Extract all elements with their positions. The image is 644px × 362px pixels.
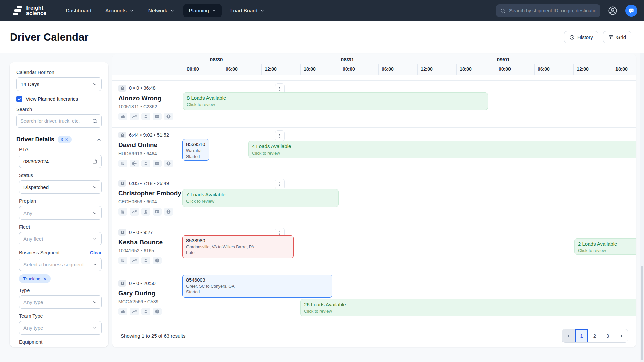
sidebar-search[interactable] [16, 114, 102, 128]
trending-icon[interactable] [130, 208, 139, 216]
chevron-down-icon [92, 82, 97, 87]
chevron-down-icon [92, 300, 97, 305]
pta-value: 08/30/2024 [23, 159, 49, 164]
chevron-down-icon [92, 236, 97, 241]
window-scrollbar[interactable] [640, 21, 644, 362]
row-menu-button[interactable] [275, 130, 285, 141]
tick-gridline [398, 64, 398, 75]
building-icon[interactable] [118, 208, 127, 216]
info-icon[interactable] [153, 257, 162, 264]
calendar-horizon-select[interactable]: 14 Days [16, 77, 102, 91]
info-icon[interactable] [164, 208, 173, 216]
driver-details-filter-badge[interactable]: 3 [58, 136, 72, 143]
sidebar-search-input[interactable] [20, 118, 89, 124]
person-icon[interactable] [141, 208, 150, 216]
view-planned-label: View Planned Itineraries [26, 96, 78, 102]
shipment-route: Greer, SC to Conyers, GA [186, 284, 329, 289]
loads-title: 7 Loads Available [186, 192, 335, 197]
pagination-next-button[interactable] [614, 329, 628, 342]
time-tick: 18:00 [304, 66, 316, 72]
history-button[interactable]: History [564, 31, 598, 43]
nav-item-dashboard[interactable]: Dashboard [60, 4, 97, 17]
briefcase-icon[interactable] [118, 308, 127, 315]
id-card-icon[interactable] [153, 113, 162, 120]
business-segment-tag-trucking[interactable]: Trucking [19, 274, 51, 283]
close-icon[interactable] [43, 277, 47, 281]
tick-gridline [183, 64, 183, 75]
day-label: 09/01 [497, 57, 510, 63]
nav-item-network[interactable]: Network [143, 4, 180, 17]
person-icon[interactable] [141, 308, 150, 315]
row-menu-button[interactable] [275, 179, 285, 190]
info-icon[interactable] [164, 160, 173, 167]
nav-item-label: Accounts [105, 8, 127, 14]
hos-clock-icon [118, 85, 126, 92]
chevron-down-icon [92, 262, 97, 267]
loads-available-block[interactable]: 4 Loads Available Click to review [248, 141, 636, 158]
person-icon[interactable] [141, 160, 150, 167]
pagination-page-1[interactable]: 1 [575, 329, 588, 342]
tick-gridline [515, 64, 515, 75]
tick-gridline [554, 64, 554, 75]
view-planned-checkbox[interactable] [16, 96, 22, 102]
business-segment-clear-link[interactable]: Clear [90, 250, 102, 255]
preplan-select[interactable]: Any [19, 206, 102, 220]
fleet-select[interactable]: Any fleet [19, 232, 102, 245]
nav-item-accounts[interactable]: Accounts [100, 4, 140, 17]
shipment-status: Started [186, 154, 206, 159]
business-segment-select[interactable]: Select a business segment [19, 258, 102, 271]
chevron-right-icon [619, 334, 624, 338]
shipment-block-late[interactable]: 8538980 Gordonsville, VA to Wilkes Barre… [182, 235, 294, 258]
id-card-icon[interactable] [153, 160, 162, 167]
pagination-page-3[interactable]: 3 [601, 329, 614, 342]
view-planned-checkbox-row[interactable]: View Planned Itineraries [16, 96, 102, 102]
team-type-select[interactable]: Any type [19, 321, 102, 335]
chat-button[interactable] [625, 5, 637, 17]
kebab-icon [277, 133, 282, 138]
loads-available-block[interactable]: 26 Loads Available Click to review [300, 299, 636, 316]
team-type-value: Any type [23, 325, 43, 331]
person-icon[interactable] [141, 257, 150, 264]
status-select[interactable]: Dispatched [19, 180, 102, 194]
trending-icon[interactable] [130, 257, 139, 264]
pagination-prev-button[interactable] [562, 329, 575, 342]
building-icon[interactable] [118, 160, 127, 167]
driver-row: 0 • 0 • 36:48 Alonzo Wrong 10051811 • C2… [112, 80, 636, 127]
loads-subtitle: Click to review [187, 102, 484, 107]
global-search-input[interactable] [509, 8, 596, 13]
info-icon[interactable] [164, 113, 173, 120]
shipment-status: Late [186, 250, 290, 255]
loads-available-block[interactable]: 7 Loads Available Click to review [182, 189, 339, 207]
nav-item-load-board[interactable]: Load Board [225, 4, 270, 17]
trending-icon[interactable] [130, 113, 139, 120]
pta-date-input[interactable]: 08/30/2024 [19, 155, 102, 168]
nav-item-planning[interactable]: Planning [183, 4, 222, 17]
loads-available-block[interactable]: 2 Loads Available Click to review [574, 238, 636, 255]
loads-available-block[interactable]: 8 Loads Available Click to review [183, 92, 488, 110]
user-avatar-button[interactable] [608, 6, 618, 16]
briefcase-icon[interactable] [118, 113, 127, 120]
app-logo[interactable]: freight science [13, 5, 46, 16]
tick-gridline [300, 64, 301, 75]
close-icon[interactable] [65, 138, 69, 141]
chevron-down-icon [170, 8, 175, 13]
scrollbar-thumb[interactable] [641, 266, 643, 360]
shipment-block-started[interactable]: 8546003 Greer, SC to Conyers, GA Started [182, 275, 332, 298]
kebab-icon [277, 182, 282, 187]
shipment-block-started[interactable]: 8539510 Waxaha... Started [182, 139, 209, 161]
globe-icon[interactable] [130, 160, 139, 167]
driver-hos-stats: 0 • 0 • 36:48 [129, 85, 156, 91]
chevron-up-icon[interactable] [96, 137, 102, 142]
trending-icon[interactable] [130, 308, 139, 315]
id-card-icon[interactable] [153, 208, 162, 216]
person-icon[interactable] [141, 113, 150, 120]
global-search[interactable] [496, 4, 600, 17]
type-select[interactable]: Any type [19, 295, 102, 309]
page-header: Driver Calendar History Grid [0, 21, 644, 53]
filters-sidebar: Calendar Horizon 14 Days View Planned It… [10, 62, 108, 347]
pagination-page-2[interactable]: 2 [588, 329, 601, 342]
nav-item-label: Dashboard [66, 8, 91, 14]
grid-view-button[interactable]: Grid [603, 31, 631, 43]
building-icon[interactable] [118, 257, 127, 264]
info-icon[interactable] [153, 308, 162, 315]
